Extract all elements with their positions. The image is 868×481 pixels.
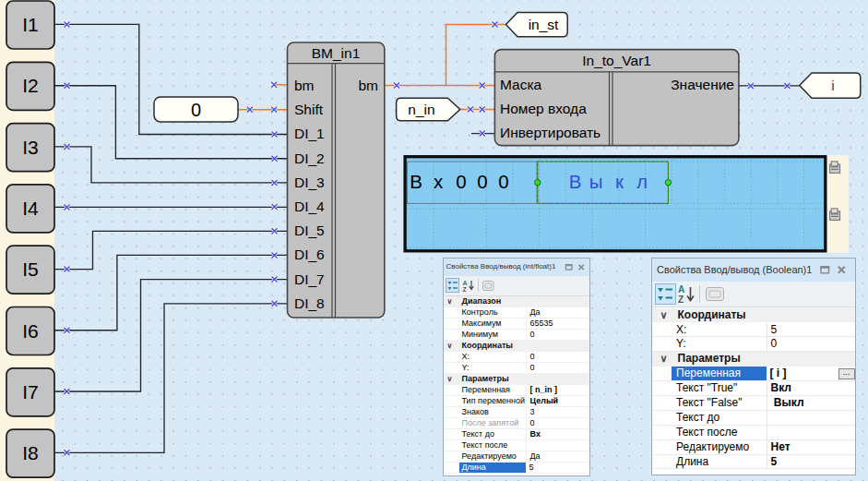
svg-text:0: 0 xyxy=(477,171,487,192)
svg-text:I6: I6 xyxy=(22,320,39,342)
svg-text:bm: bm xyxy=(358,78,378,93)
svg-text:0: 0 xyxy=(498,171,508,192)
svg-text:I4: I4 xyxy=(22,198,39,219)
svg-text:in_st: in_st xyxy=(529,17,559,32)
svg-text:A: A xyxy=(678,284,684,295)
svg-text:BM_in1: BM_in1 xyxy=(312,45,361,61)
svg-text:I7: I7 xyxy=(22,381,39,403)
svg-text:Номер входа: Номер входа xyxy=(500,101,587,116)
svg-text:Значение: Значение xyxy=(671,77,734,92)
svg-text:Z: Z xyxy=(462,286,467,293)
svg-text:I1: I1 xyxy=(22,14,39,35)
svg-text:ы: ы xyxy=(589,171,603,192)
svg-text:к: к xyxy=(615,171,624,192)
svg-text:i: i xyxy=(831,78,834,93)
svg-text:I5: I5 xyxy=(22,259,39,280)
svg-text:Z: Z xyxy=(678,295,684,305)
svg-text:DI_2: DI_2 xyxy=(294,150,325,166)
svg-text:I8: I8 xyxy=(22,442,39,463)
svg-text:n_in: n_in xyxy=(408,102,434,117)
svg-text:0: 0 xyxy=(191,100,201,120)
svg-text:0: 0 xyxy=(456,171,466,192)
svg-text:DI_1: DI_1 xyxy=(294,126,325,141)
svg-text:В: В xyxy=(410,171,422,192)
svg-text:л: л xyxy=(636,171,648,192)
svg-text:DI_5: DI_5 xyxy=(294,222,325,238)
svg-text:х: х xyxy=(434,171,444,192)
svg-text:I3: I3 xyxy=(22,137,39,158)
svg-text:Инвертировать: Инвертировать xyxy=(500,125,600,140)
svg-text:Маска: Маска xyxy=(500,77,542,92)
svg-text:I2: I2 xyxy=(22,75,39,96)
svg-text:A: A xyxy=(462,280,467,286)
svg-text:DI_6: DI_6 xyxy=(294,247,325,262)
svg-text:In_to_Var1: In_to_Var1 xyxy=(582,53,651,68)
svg-text:DI_4: DI_4 xyxy=(294,198,325,214)
svg-text:bm: bm xyxy=(294,78,315,93)
svg-text:В: В xyxy=(569,171,582,192)
svg-text:Shift: Shift xyxy=(294,102,324,117)
svg-text:DI_8: DI_8 xyxy=(294,295,325,311)
svg-text:DI_3: DI_3 xyxy=(294,174,325,190)
svg-text:DI_7: DI_7 xyxy=(294,271,325,287)
